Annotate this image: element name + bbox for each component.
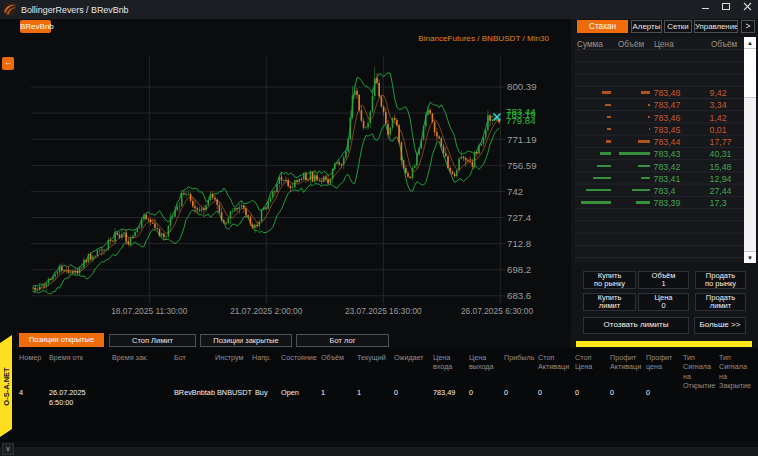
svg-text:756.59: 756.59 [507,160,537,171]
svg-text:742: 742 [507,186,523,197]
svg-text:26.07.2025 6:30:00: 26.07.2025 6:30:00 [461,306,534,316]
svg-text:23.07.2025 16:30:00: 23.07.2025 16:30:00 [345,306,422,316]
svg-text:BinanceFutures / BNBUSDT / Min: BinanceFutures / BNBUSDT / Min30 [418,34,549,43]
svg-text:18.07.2025 11:30:00: 18.07.2025 11:30:00 [111,306,188,316]
svg-text:683.6: 683.6 [507,290,531,301]
svg-text:800.39: 800.39 [507,81,537,92]
svg-text:771.19: 771.19 [507,134,537,145]
svg-text:727.4: 727.4 [507,212,532,223]
svg-text:21.07.2025 2:00:00: 21.07.2025 2:00:00 [230,306,303,316]
svg-text:698.2: 698.2 [507,264,531,275]
svg-text:712.8: 712.8 [507,238,531,249]
svg-text:779.84: 779.84 [506,115,536,126]
